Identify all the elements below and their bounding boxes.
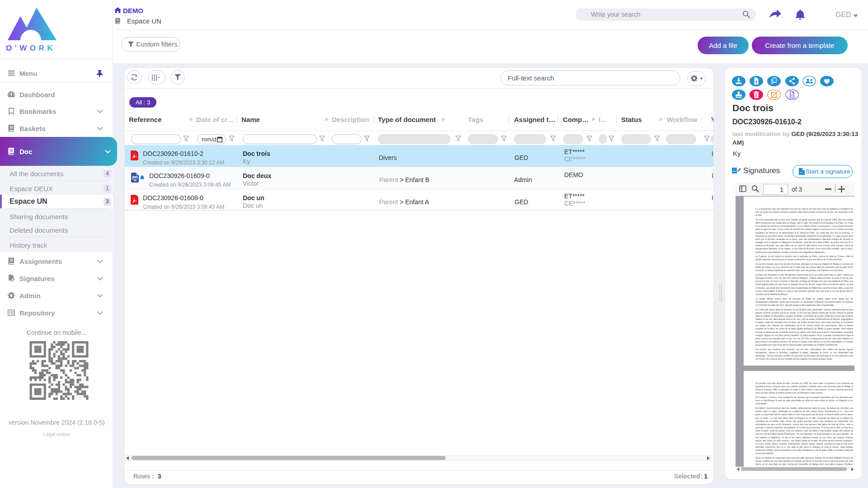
svg-text:w: w: [134, 178, 137, 182]
svg-text:O'WORK: O'WORK: [6, 44, 56, 52]
